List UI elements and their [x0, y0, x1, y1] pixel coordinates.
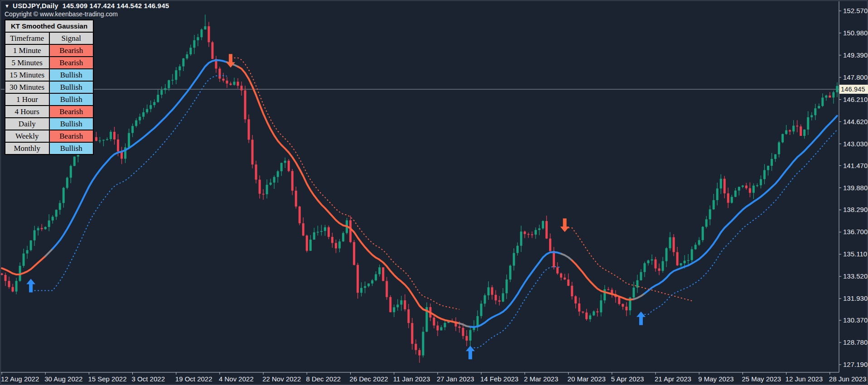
candle — [338, 241, 341, 248]
price-chart-canvas[interactable]: 152.570150.980149.390147.800146.210144.6… — [0, 0, 868, 385]
candle — [752, 186, 755, 193]
timeframe-cell: 1 Minute — [5, 44, 49, 57]
candle — [160, 90, 163, 95]
candle — [506, 279, 508, 293]
candle — [153, 102, 155, 105]
candle — [295, 191, 297, 207]
x-axis-label: 14 Feb 2023 — [480, 375, 518, 383]
candle — [248, 119, 250, 140]
candle — [651, 260, 653, 260]
candle — [647, 260, 649, 263]
candle — [407, 309, 410, 323]
candle — [484, 295, 486, 303]
candle — [567, 279, 569, 286]
candle — [48, 221, 50, 227]
candle — [734, 191, 737, 197]
candle — [1, 274, 3, 275]
candle — [433, 318, 435, 326]
candle — [469, 330, 472, 341]
y-axis-label: 152.570 — [843, 7, 868, 14]
candle — [622, 304, 624, 307]
candle — [705, 219, 708, 227]
x-axis-label: 26 Dec 2022 — [350, 375, 388, 383]
signal-cell: Bullish — [49, 81, 94, 93]
candle — [821, 97, 824, 106]
candle — [545, 221, 548, 239]
candle — [63, 188, 65, 203]
y-axis-label: 143.030 — [843, 140, 868, 148]
candle — [632, 288, 635, 298]
candle — [418, 350, 420, 356]
candle — [524, 231, 526, 234]
candle — [491, 287, 493, 295]
candle — [731, 197, 733, 203]
candle — [509, 266, 511, 279]
candle — [400, 300, 402, 304]
timeframe-cell: Daily — [5, 118, 49, 130]
candle — [480, 303, 482, 316]
candle — [255, 164, 257, 180]
candle — [437, 326, 439, 331]
candle — [349, 220, 352, 242]
candle — [585, 313, 588, 319]
candle — [291, 171, 294, 191]
x-axis-label: 19 Oct 2022 — [175, 375, 212, 383]
candle — [564, 278, 566, 279]
candle — [353, 242, 355, 265]
y-axis-label: 138.290 — [843, 206, 868, 213]
y-axis-label: 135.110 — [843, 250, 867, 258]
candle — [487, 287, 490, 295]
candle — [789, 130, 791, 132]
candle — [270, 183, 272, 185]
candle — [749, 188, 751, 193]
candle — [23, 254, 25, 266]
candle — [531, 234, 533, 235]
candle — [251, 140, 254, 164]
candle — [200, 29, 203, 37]
x-axis-label: 9 May 2023 — [698, 375, 733, 383]
candle — [832, 92, 834, 98]
x-axis-label: 22 Nov 2022 — [262, 375, 301, 383]
chart-title: ▼USDJPY,Daily 145.909 147.424 144.542 14… — [5, 2, 169, 10]
candle — [549, 239, 551, 251]
candle — [396, 305, 399, 308]
y-axis-label: 131.930 — [843, 294, 868, 302]
candle — [836, 86, 838, 92]
candle — [694, 245, 697, 249]
candle — [415, 344, 417, 350]
candle — [193, 40, 195, 48]
candle — [313, 232, 315, 240]
candle — [146, 109, 148, 112]
candle — [95, 137, 97, 141]
candle — [516, 246, 519, 253]
candle — [444, 323, 446, 327]
x-axis-label: 21 Apr 2023 — [655, 375, 691, 383]
y-axis-label: 128.780 — [843, 338, 868, 346]
candle — [131, 126, 134, 133]
candle — [357, 265, 359, 293]
candle — [600, 300, 602, 312]
candle — [774, 154, 776, 159]
y-axis-label: 139.880 — [843, 184, 868, 192]
candle — [477, 316, 479, 326]
candle — [331, 237, 333, 243]
symbol-dropdown-icon[interactable]: ▼ — [5, 3, 10, 9]
candle — [723, 179, 726, 193]
candle — [30, 241, 32, 250]
candle — [386, 281, 388, 297]
candle — [106, 139, 108, 140]
candle — [110, 132, 112, 139]
timeframe-cell: 5 Minutes — [5, 57, 49, 69]
candle — [814, 108, 816, 115]
candle — [673, 237, 675, 252]
candle — [702, 227, 704, 240]
candle — [560, 274, 562, 278]
candle — [680, 263, 682, 265]
current-price-badge: 146.945 — [839, 85, 868, 94]
candle — [596, 311, 598, 312]
candle — [320, 231, 323, 232]
x-axis-label: 12 Aug 2022 — [1, 375, 39, 383]
candle — [324, 227, 326, 231]
candle — [237, 82, 239, 86]
candle — [244, 91, 246, 120]
